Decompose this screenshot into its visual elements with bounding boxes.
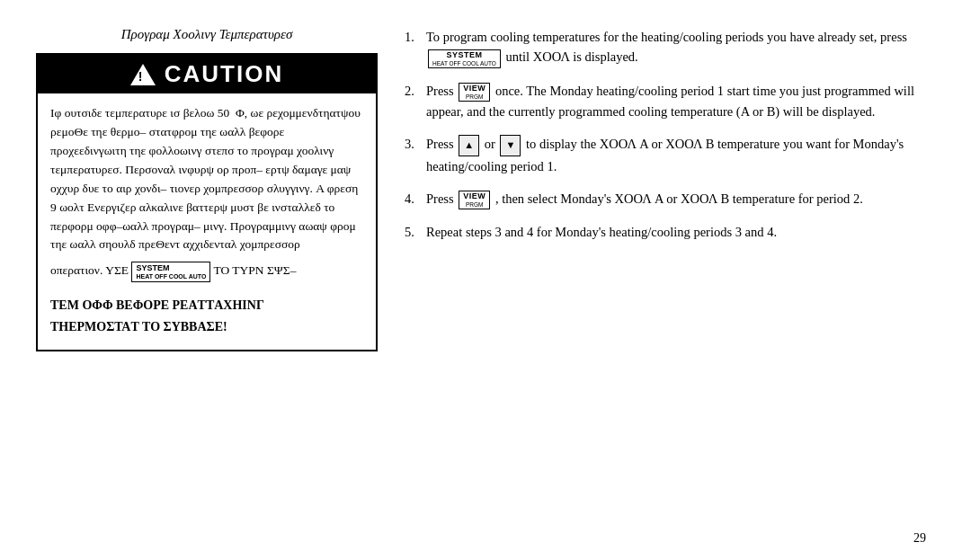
view-btn-main-s2: VIEW (463, 84, 486, 93)
caution-mid-line: οπερατιον. ΥΣΕ SYSTEM HEAT OFF COOL AUTO… (50, 262, 363, 281)
up-arrow-button: ▲ (459, 135, 479, 156)
caution-label: CAUTION (165, 60, 283, 88)
caution-box: CAUTION Ιφ ουτσιδε τεμπερατυρε ισ βελοω … (36, 53, 378, 351)
caution-line-3: ΤΗΕΡΜΟΣΤΑT ΤΟ ΣΥΒΒΑΣΕ! (50, 316, 363, 338)
step-2: 2. Press VIEW PRGM once. The Monday heat… (405, 81, 926, 122)
step-5: 5. Repeat steps 3 and 4 for Monday's hea… (405, 222, 926, 242)
left-column: Προγραμ Χοολινγ Τεμπερατυρεσ CAUTION Ιφ … (36, 27, 378, 533)
right-column: 1. To program cooling temperatures for t… (405, 27, 926, 533)
system-btn-main-s1: SYSTEM (446, 51, 482, 60)
step-1: 1. To program cooling temperatures for t… (405, 27, 926, 68)
down-arrow-button: ▼ (500, 135, 521, 156)
caution-body: Ιφ ουτσιδε τεμπερατυρε ισ βελοω 50 Φ, ωε… (38, 104, 376, 282)
view-prgm-button-step2: VIEW PRGM (459, 83, 490, 102)
caution-line-2: ΤΕΜ ΟΦΦ ΒΕΦΟΡΕ ΡΕΑTTΑΧΗΙΝΓ (50, 295, 363, 316)
step-3: 3. Press ▲ or ▼ to display the ΧΟΟΛ A or… (405, 134, 926, 176)
step-5-number: 5. (405, 222, 421, 242)
step-4-content: Press VIEW PRGM , then select Monday's Χ… (426, 189, 926, 209)
step-2-number: 2. (405, 81, 421, 122)
step-3-content: Press ▲ or ▼ to display the ΧΟΟΛ A or ΧΟ… (426, 134, 926, 176)
view-btn-sub-s4: PRGM (466, 201, 484, 208)
step-4: 4. Press VIEW PRGM , then select Monday'… (405, 189, 926, 209)
system-button-inline: SYSTEM HEAT OFF COOL AUTO (131, 262, 210, 281)
step-5-content: Repeat steps 3 and 4 for Monday's heatin… (426, 222, 926, 242)
view-btn-main-s4: VIEW (463, 192, 486, 201)
step-1-number: 1. (405, 27, 421, 68)
caution-paragraph: Ιφ ουτσιδε τεμπερατυρε ισ βελοω 50 Φ, ωε… (50, 104, 363, 254)
step-1-content: To program cooling temperatures for the … (426, 27, 926, 68)
step-4-number: 4. (405, 189, 421, 209)
greek-title: Προγραμ Χοολινγ Τεμπερατυρεσ (121, 27, 293, 42)
caution-header: CAUTION (38, 55, 376, 93)
view-prgm-button-step4: VIEW PRGM (459, 191, 490, 209)
system-btn-main: SYSTEM (136, 263, 169, 272)
step-3-number: 3. (405, 134, 421, 176)
caution-triangle-icon (130, 64, 156, 85)
system-button-step1: SYSTEM HEAT OFF COOL AUTO (428, 49, 501, 68)
system-btn-sub: HEAT OFF COOL AUTO (136, 273, 206, 280)
page-number: 29 (913, 531, 926, 546)
page: Προγραμ Χοολινγ Τεμπερατυρεσ CAUTION Ιφ … (0, 0, 971, 560)
view-btn-sub-s2: PRGM (466, 93, 484, 100)
caution-bottom: ΤΕΜ ΟΦΦ ΒΕΦΟΡΕ ΡΕΑTTΑΧΗΙΝΓ ΤΗΕΡΜΟΣΤΑT ΤΟ… (38, 289, 376, 338)
system-btn-sub-s1: HEAT OFF COOL AUTO (432, 60, 496, 67)
step-2-content: Press VIEW PRGM once. The Monday heating… (426, 81, 926, 122)
